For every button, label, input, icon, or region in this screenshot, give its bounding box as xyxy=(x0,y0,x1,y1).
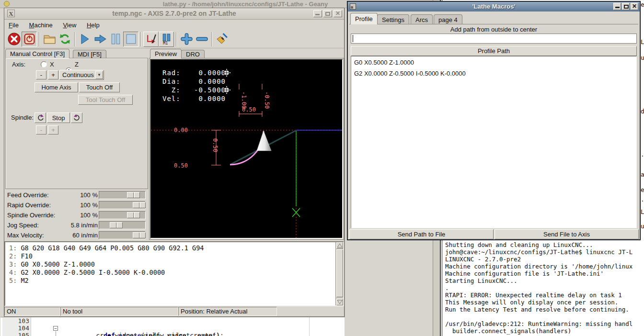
minimize-button[interactable] xyxy=(613,3,621,10)
rapid-override-slider[interactable] xyxy=(99,201,146,209)
stop-icon xyxy=(126,34,137,45)
dim-z-span: 0.50 xyxy=(242,106,256,113)
gcode-line[interactable]: 3: G0 X0.5000 Z-1.0000 xyxy=(9,260,95,268)
estop-icon xyxy=(8,33,21,45)
spindle-minus-button[interactable]: - xyxy=(36,125,46,134)
scroll-up-button[interactable] xyxy=(336,242,343,249)
open-file-button[interactable] xyxy=(42,32,57,47)
spindle-ccw-icon xyxy=(36,114,45,122)
x-axis-marker xyxy=(292,208,300,217)
slider-handle[interactable] xyxy=(133,202,146,208)
machine-power-button[interactable] xyxy=(22,32,37,47)
jog-mode-select[interactable]: Continuous ▼ xyxy=(59,70,104,80)
svg-text:M1: M1 xyxy=(163,41,168,45)
menu-machine[interactable]: Machine xyxy=(29,22,53,29)
run-program-button[interactable] xyxy=(77,32,92,47)
header-label: Profile Path xyxy=(478,47,510,55)
spindle-stop-button[interactable]: Stop xyxy=(47,112,70,123)
terminal-line: /usr/bin/gladevcp:212: RuntimeWarning: m… xyxy=(445,320,632,327)
slider-handle[interactable] xyxy=(127,192,140,198)
status-position-mode: Position: Relative Actual xyxy=(178,307,277,316)
minimize-button[interactable] xyxy=(313,10,322,17)
menu-file[interactable]: File xyxy=(9,22,19,29)
code-line-105: cr = widget.window.cairo_create() xyxy=(66,332,220,336)
reload-file-button[interactable] xyxy=(57,32,72,47)
zoom-in-icon xyxy=(181,33,193,45)
open-folder-icon xyxy=(43,34,56,45)
scroll-down-button[interactable] xyxy=(336,299,343,305)
path-row[interactable]: G0 X0.5000 Z-1.0000 xyxy=(354,59,414,66)
macros-titlebar[interactable]: 'Lathe Macros' ✕ xyxy=(348,2,640,11)
maximize-button[interactable] xyxy=(622,3,630,10)
close-button[interactable]: ✕ xyxy=(334,10,342,17)
scroll-thumb[interactable] xyxy=(336,249,343,297)
tab-arcs[interactable]: Arcs xyxy=(411,14,433,24)
zoom-out-button[interactable] xyxy=(194,32,209,47)
fold-collapse-icon[interactable]: − xyxy=(53,326,58,331)
spindle-ccw-button[interactable] xyxy=(34,112,46,123)
terminal-fragment: ux xyxy=(641,54,644,61)
send-path-to-file-button[interactable]: Send Path to File xyxy=(349,229,494,239)
send-file-to-axis-button[interactable]: Send File to Axis xyxy=(494,229,639,239)
backplot: Rad: 0.0000 Dia: 0.0000 Z: -0.5000 Vel: … xyxy=(151,60,342,238)
axis-window: X temp.ngc - AXIS 2.7.0-pre2 on JT-Lathe… xyxy=(4,8,345,317)
status-tool: No tool xyxy=(60,307,178,316)
tab-preview[interactable]: Preview xyxy=(150,49,182,58)
tab-mdi[interactable]: MDI [F5] xyxy=(73,50,106,58)
toolbar-separator xyxy=(74,32,75,46)
spindle-plus-button[interactable]: + xyxy=(48,125,58,134)
gcode-line[interactable]: 1: G8 G20 G18 G40 G49 G64 P0.005 G80 G90… xyxy=(9,244,204,252)
preview-canvas[interactable]: Rad: 0.0000 Dia: 0.0000 Z: -0.5000 Vel: … xyxy=(150,59,343,239)
profile-path-header[interactable]: Profile Path xyxy=(351,46,637,56)
dro-z: Z: -0.5000 xyxy=(162,86,226,94)
skip-lines-toggle[interactable] xyxy=(143,32,159,47)
stop-button[interactable] xyxy=(123,32,138,47)
feed-override-slider[interactable] xyxy=(99,191,146,199)
override-value: 100 % xyxy=(52,202,98,209)
menu-help[interactable]: Help xyxy=(87,22,100,29)
gcode-listing[interactable]: 1: G8 G20 G18 G40 G49 G64 P0.005 G80 G90… xyxy=(4,241,344,306)
slider-handle[interactable] xyxy=(133,232,146,238)
pause-button[interactable] xyxy=(108,32,123,47)
gcode-line[interactable]: 4: G2 X0.0000 Z-0.5000 I-0.5000 K-0.0000 xyxy=(9,269,165,276)
zoom-in-button[interactable] xyxy=(179,32,194,47)
spindle-cw-button[interactable] xyxy=(71,112,82,123)
optional-stop-toggle[interactable]: M1 xyxy=(159,32,174,47)
axis-x-radio[interactable] xyxy=(41,61,47,67)
tab-dro[interactable]: DRO xyxy=(181,50,205,58)
gcode-scrollbar[interactable] xyxy=(335,242,343,305)
max-velocity-slider[interactable] xyxy=(99,231,146,239)
slider-handle[interactable] xyxy=(110,222,123,228)
jog-speed-slider[interactable] xyxy=(99,221,146,229)
menu-view[interactable]: View xyxy=(63,22,76,29)
path-input[interactable] xyxy=(351,34,637,44)
toolbar-separator xyxy=(39,32,40,46)
profile-path-list[interactable]: G0 X0.5000 Z-1.0000 G2 X0.0000 Z-0.5000 … xyxy=(351,56,637,228)
tab-page4[interactable]: page 4 xyxy=(434,14,462,24)
tab-manual-control[interactable]: Manual Control [F3] xyxy=(5,49,69,58)
tab-profile[interactable]: Profile xyxy=(350,13,378,24)
estop-button[interactable] xyxy=(6,32,22,47)
maximize-button[interactable] xyxy=(323,10,332,17)
tab-label: Preview xyxy=(155,50,177,57)
touch-off-button[interactable]: Touch Off xyxy=(79,82,120,92)
path-row[interactable]: G2 X0.0000 Z-0.5000 I-0.5000 K-0.0000 xyxy=(354,70,466,77)
spindle-override-slider[interactable] xyxy=(99,211,146,219)
close-button[interactable]: ✕ xyxy=(631,3,638,10)
geany-editor[interactable]: 103 104 105 − def expose(self, widget, e… xyxy=(0,317,345,336)
jog-minus-button[interactable]: - xyxy=(36,70,46,79)
jog-plus-button[interactable]: + xyxy=(48,70,58,79)
gcode-line[interactable]: 5: M2 xyxy=(9,277,29,284)
home-axis-button[interactable]: Home Axis xyxy=(34,82,78,92)
clear-plot-button[interactable] xyxy=(214,32,230,47)
slider-handle[interactable] xyxy=(127,212,140,218)
terminal-line: john@cave:~/linuxcnc/configs/JT-Lathe$ l… xyxy=(445,248,632,256)
axis-titlebar[interactable]: X temp.ngc - AXIS 2.7.0-pre2 on JT-Lathe… xyxy=(4,8,344,20)
gcode-line[interactable]: 2: F10 xyxy=(9,252,33,260)
axis-window-title: temp.ngc - AXIS 2.7.0-pre2 on JT-Lathe xyxy=(4,10,344,17)
run-step-button[interactable] xyxy=(92,32,108,47)
status-text: No tool xyxy=(63,308,82,315)
tab-settings[interactable]: Settings xyxy=(377,14,409,24)
tool-touch-off-button[interactable]: Tool Touch Off xyxy=(78,95,133,105)
minimize-icon xyxy=(315,14,320,15)
